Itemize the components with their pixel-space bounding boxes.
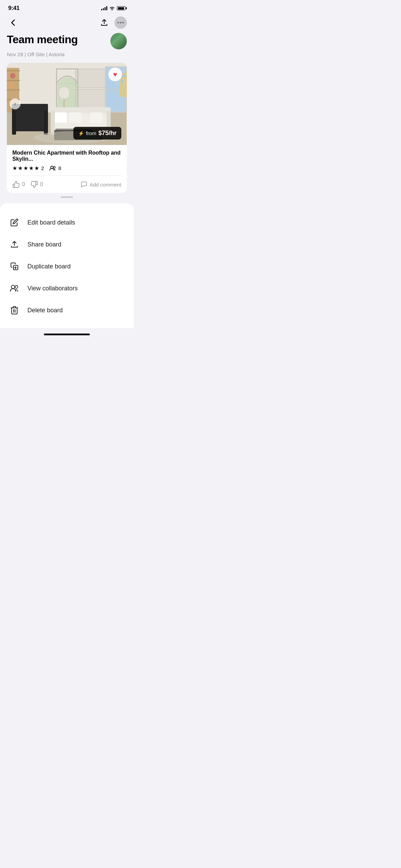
share-icon xyxy=(10,240,19,249)
upload-button[interactable] xyxy=(98,16,110,29)
price-prefix: from xyxy=(86,130,96,136)
trash-icon xyxy=(10,305,19,315)
edit-board-label: Edit board details xyxy=(27,219,75,226)
signal-icon xyxy=(101,6,107,10)
more-button[interactable] xyxy=(114,16,127,29)
svg-rect-32 xyxy=(55,112,67,123)
star-5: ★ xyxy=(34,165,39,171)
nav-bar xyxy=(0,14,134,33)
add-comment-label: Add comment xyxy=(89,182,121,188)
favorite-button[interactable]: ♥ xyxy=(108,68,122,81)
listing-card: ♥ ‹ ⚡ from $75/hr Modern Chic Apartment … xyxy=(7,63,127,193)
thumbs-down-button[interactable]: 0 xyxy=(31,181,43,188)
add-comment-button[interactable]: Add comment xyxy=(81,181,121,188)
svg-rect-6 xyxy=(7,70,20,71)
view-collaborators-label: View collaborators xyxy=(27,285,78,292)
status-bar: 9:41 xyxy=(0,0,134,14)
price-value: $75/hr xyxy=(98,130,117,137)
edit-board-item[interactable]: Edit board details xyxy=(0,212,134,233)
capacity: 8 xyxy=(49,165,61,171)
svg-point-45 xyxy=(15,286,18,288)
capacity-count: 8 xyxy=(58,165,61,171)
image-prev-button[interactable]: ‹ xyxy=(10,98,21,109)
wifi-icon xyxy=(109,6,115,10)
thumbsup-icon xyxy=(12,181,20,188)
collaborators-icon xyxy=(10,284,19,293)
svg-point-15 xyxy=(59,87,70,99)
lightning-icon: ⚡ xyxy=(78,131,84,136)
svg-point-44 xyxy=(11,285,15,289)
thumbsdown-count: 0 xyxy=(40,181,43,188)
svg-rect-34 xyxy=(90,112,102,123)
duplicate-board-label: Duplicate board xyxy=(27,263,71,270)
thumbs-up-button[interactable]: 0 xyxy=(12,181,25,188)
svg-rect-22 xyxy=(124,75,126,77)
battery-icon xyxy=(117,6,125,10)
svg-rect-2 xyxy=(75,69,106,88)
bottom-sheet: Edit board details Share board Duplicate… xyxy=(0,203,134,328)
card-body: Modern Chic Apartment with Rooftop and S… xyxy=(7,145,127,176)
svg-point-10 xyxy=(10,73,15,79)
duplicate-board-item[interactable]: Duplicate board xyxy=(0,255,134,277)
people-icon xyxy=(49,166,56,171)
thumbsup-count: 0 xyxy=(22,181,25,188)
listing-title: Modern Chic Apartment with Rooftop and S… xyxy=(12,150,121,162)
board-title: Team meeting xyxy=(7,33,78,46)
nav-actions xyxy=(98,16,127,29)
board-meta: Nov 28 | Off-Site | Astoria xyxy=(7,51,127,57)
star-1: ★ xyxy=(12,165,17,171)
drag-handle xyxy=(61,196,73,198)
listing-meta: ★ ★ ★ ★ ★ 2 8 xyxy=(12,165,121,171)
pencil-icon xyxy=(10,218,19,227)
status-icons xyxy=(101,6,125,10)
home-indicator xyxy=(44,334,90,335)
vote-section: 0 0 xyxy=(12,181,43,188)
svg-rect-8 xyxy=(7,89,20,91)
main-content: Team meeting Nov 28 | Off-Site | Astoria xyxy=(0,33,134,198)
svg-rect-11 xyxy=(8,83,14,88)
price-badge: ⚡ from $75/hr xyxy=(73,127,121,140)
board-header: Team meeting xyxy=(7,33,127,49)
svg-rect-23 xyxy=(121,80,123,83)
star-2: ★ xyxy=(18,165,23,171)
view-collaborators-item[interactable]: View collaborators xyxy=(0,277,134,299)
back-button[interactable] xyxy=(7,16,19,29)
svg-point-40 xyxy=(53,166,55,168)
card-footer: 0 0 Add comment xyxy=(7,176,127,193)
comment-icon xyxy=(81,181,87,188)
share-board-item[interactable]: Share board xyxy=(0,233,134,255)
svg-rect-7 xyxy=(7,80,20,81)
star-3: ★ xyxy=(23,165,28,171)
svg-rect-3 xyxy=(75,89,106,108)
svg-rect-33 xyxy=(69,112,81,123)
listing-image: ♥ ‹ ⚡ from $75/hr xyxy=(7,63,127,145)
rating-stars: ★ ★ ★ ★ ★ 2 xyxy=(12,165,44,171)
review-count: 2 xyxy=(41,165,44,171)
status-time: 9:41 xyxy=(8,5,20,12)
delete-board-item[interactable]: Delete board xyxy=(0,299,134,321)
thumbsdown-icon xyxy=(31,181,38,188)
duplicate-icon xyxy=(10,262,19,271)
avatar xyxy=(110,33,127,49)
star-4: ★ xyxy=(29,165,34,171)
share-board-label: Share board xyxy=(27,241,61,248)
delete-board-label: Delete board xyxy=(27,307,63,314)
